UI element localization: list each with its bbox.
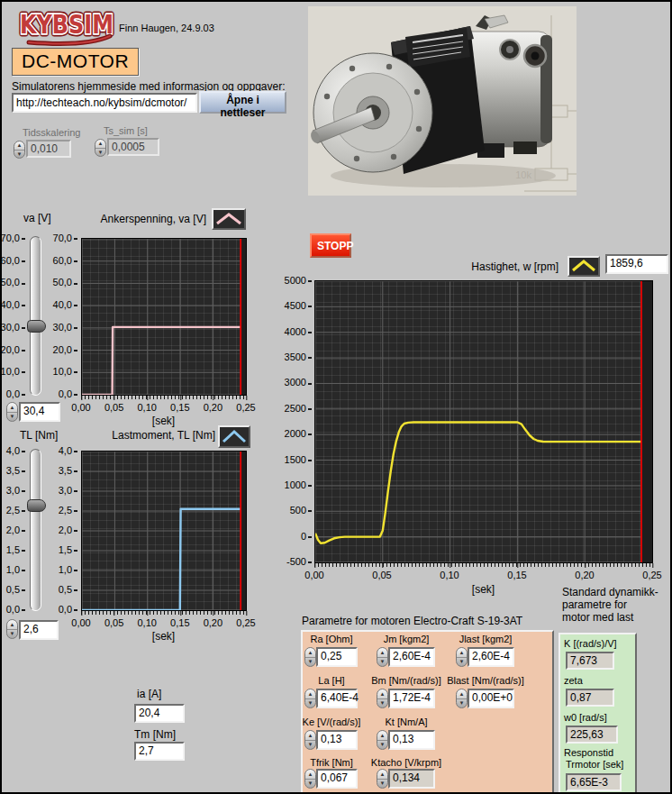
- tl-slider[interactable]: [30, 449, 41, 611]
- increment-icon: ▲: [305, 731, 315, 741]
- slider-tick-label: 2,5: [6, 505, 25, 516]
- zeta-label: zeta: [564, 675, 583, 686]
- y-tick-label: 1,5: [59, 544, 77, 555]
- speed-legend-icon[interactable]: [568, 256, 600, 277]
- va-slider[interactable]: [30, 236, 41, 396]
- ktacho-value: 0,134: [388, 769, 435, 789]
- w0-value: 225,63: [566, 726, 618, 744]
- va-chart-x-ticks: [81, 396, 246, 399]
- x-tick-label: 0,20: [575, 570, 594, 580]
- open-in-browser-button[interactable]: Åpne i nettleser: [199, 91, 286, 114]
- increment-icon: ▲: [457, 648, 467, 658]
- zeta-value: 0,87: [566, 689, 614, 707]
- increment-icon: ▲: [305, 770, 315, 780]
- ts-sim-value: 0,0005: [107, 138, 159, 156]
- tl-spinner[interactable]: ▲▼: [6, 619, 18, 639]
- decrement-icon: ▼: [305, 741, 315, 750]
- slider-tick-label: 1,5: [6, 544, 25, 555]
- y-tick-label: 0,5: [59, 584, 77, 595]
- ktacho-spinner: ▲▼: [377, 769, 388, 789]
- y-tick-label: 4000: [285, 326, 312, 337]
- tidsskalering-label: Tidsskalering: [23, 127, 80, 138]
- ra-spinner[interactable]: ▲▼: [304, 647, 316, 667]
- bm-value[interactable]: 1,72E-4: [388, 689, 435, 708]
- x-tick-label: 0,10: [137, 402, 156, 413]
- responstid-label: Responstid: [564, 747, 613, 758]
- la-value[interactable]: 6,40E-4: [316, 689, 358, 708]
- y-tick-label: 2,5: [59, 505, 77, 516]
- va-chart-x-axis: 0,000,050,100,150,200,25: [81, 402, 246, 415]
- tl-legend-icon[interactable]: [218, 425, 250, 448]
- y-tick-label: 20,0: [53, 344, 77, 355]
- y-tick-label: 3,0: [59, 485, 77, 496]
- tfrik-spinner[interactable]: ▲▼: [304, 769, 316, 789]
- slider-tick-label: 0,0: [6, 388, 25, 399]
- ke-spinner[interactable]: ▲▼: [304, 730, 316, 750]
- va-spinner[interactable]: ▲▼: [6, 402, 18, 422]
- jm-value[interactable]: 2,60E-4: [388, 647, 435, 667]
- y-tick-label: 1,0: [59, 564, 77, 575]
- decrement-icon: ▼: [377, 780, 387, 789]
- x-tick-label: 0,25: [236, 617, 255, 628]
- y-tick-label: 70,0: [53, 233, 77, 243]
- tl-chart-svg: [82, 452, 246, 610]
- kybsim-logo: KYBSIM KYBSIM KYBSIM: [16, 5, 119, 49]
- y-tick-label: 3500: [285, 351, 312, 362]
- blast-spinner[interactable]: ▲▼: [456, 689, 468, 708]
- w-chart-svg: [315, 281, 652, 562]
- jlast-spinner[interactable]: ▲▼: [456, 647, 468, 667]
- x-tick-label: 0,10: [440, 570, 459, 580]
- blast-label: Blast [Nm/(rad/s)]: [436, 675, 535, 686]
- slider-tick-label: 70,0: [1, 233, 25, 243]
- tidsskalering-value: 0,010: [26, 140, 71, 158]
- blast-value[interactable]: 0,00E+0: [468, 689, 514, 708]
- tl-slider-scale: 4,03,53,02,52,01,51,00,50,0: [2, 451, 25, 609]
- k-value: 7,673: [566, 652, 614, 670]
- bm-spinner[interactable]: ▲▼: [377, 689, 388, 708]
- x-tick-label: 0,00: [71, 617, 90, 628]
- slider-tick-label: 40,0: [1, 299, 25, 310]
- speed-value: 1859,6: [605, 254, 668, 274]
- w0-label: w0 [rad/s]: [564, 712, 607, 723]
- ke-value[interactable]: 0,13: [316, 730, 358, 750]
- tfrik-value[interactable]: 0,067: [316, 769, 358, 789]
- kt-spinner[interactable]: ▲▼: [377, 730, 388, 750]
- va-value[interactable]: 30,4: [19, 402, 60, 422]
- kybsim-dc-motor-window: KYBSIM KYBSIM KYBSIM Finn Haugen, 24.9.0…: [0, 0, 672, 794]
- y-tick-label: 10,0: [53, 366, 77, 377]
- y-tick-label: 2,0: [59, 525, 77, 535]
- slider-tick-label: 50,0: [1, 277, 25, 287]
- slider-tick-label: 0,0: [6, 604, 25, 615]
- y-tick-label: 30,0: [53, 322, 77, 333]
- jlast-value[interactable]: 2,60E-4: [468, 647, 514, 667]
- va-legend-icon[interactable]: [212, 208, 246, 230]
- slider-tick-label: 2,0: [6, 525, 25, 535]
- tl-chart-plot: [81, 451, 247, 611]
- la-spinner[interactable]: ▲▼: [304, 689, 316, 708]
- ra-value[interactable]: 0,25: [316, 647, 358, 667]
- decrement-icon: ▼: [305, 699, 315, 708]
- jm-spinner[interactable]: ▲▼: [377, 647, 388, 667]
- tl-chart-x-axis: 0,000,050,100,150,200,25: [81, 617, 246, 630]
- stop-button[interactable]: STOPP: [310, 233, 351, 258]
- y-tick-label: 4500: [285, 300, 312, 311]
- ia-value: 20,4: [134, 704, 185, 723]
- x-tick-label: 0,05: [104, 617, 123, 628]
- x-tick-label: 0,25: [642, 570, 661, 580]
- slider-tick-label: 30,0: [1, 322, 25, 333]
- slider-tick-label: 3,5: [6, 465, 25, 476]
- kt-value[interactable]: 0,13: [388, 730, 435, 750]
- va-chart-title: Ankerspenning, va [V]: [87, 213, 206, 225]
- increment-icon: ▲: [377, 770, 387, 780]
- ts-sim-label: Ts_sim [s]: [104, 125, 148, 136]
- tl-value[interactable]: 2,6: [19, 620, 59, 640]
- y-tick-label: -500: [286, 556, 312, 567]
- k-label: K [(rad/s)/V]: [564, 638, 617, 649]
- tidsskalering-spinner: ▲▼: [14, 141, 25, 159]
- y-tick-label: 3000: [285, 377, 312, 388]
- x-tick-label: 0,00: [71, 402, 90, 413]
- x-tick-label: 0,20: [204, 402, 222, 413]
- y-tick-label: 2000: [285, 428, 312, 439]
- kt-label: Kt [Nm/A]: [357, 716, 456, 727]
- homepage-url-input[interactable]: [12, 93, 197, 113]
